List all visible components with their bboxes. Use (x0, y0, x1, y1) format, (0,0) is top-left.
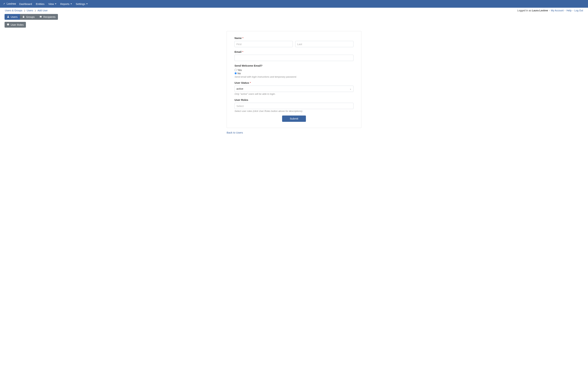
tab-recipients[interactable]: Recipients (37, 14, 58, 20)
welcome-no-radio[interactable] (234, 72, 237, 75)
breadcrumb-users[interactable]: Users (27, 9, 33, 12)
status-group: User Status * active ⌄ Only "active" use… (234, 81, 354, 95)
roles-select[interactable] (234, 103, 354, 109)
back-to-users-link[interactable]: Back to Users (227, 131, 243, 134)
caret-down-icon (70, 3, 72, 4)
leaf-icon (3, 2, 6, 5)
welcome-yes-label: Yes (237, 68, 242, 71)
logout-link[interactable]: Log Out (574, 9, 583, 12)
tab-groups-label: Groups (26, 15, 35, 18)
name-row (234, 41, 354, 47)
tab-users-label: Users (11, 15, 17, 18)
roles-help: Select user roles (click User Roles butt… (234, 110, 354, 112)
nav-entities[interactable]: Entities (36, 2, 44, 5)
status-select[interactable]: active (234, 86, 354, 92)
add-user-card: Name * Email * Send Welcome Email? Yes N… (227, 31, 361, 128)
breadcrumb-root[interactable]: Users & Groups (5, 9, 22, 12)
back-link-row: Back to Users (227, 131, 361, 134)
welcome-no-label: No (237, 72, 241, 75)
user-roles-button[interactable]: User Roles (5, 22, 26, 28)
nav-links: Dashboard Entities View Reports Settings (19, 2, 88, 5)
lock-icon (22, 15, 25, 18)
brand-label: Lextree (7, 2, 16, 5)
status-label: User Status * (234, 81, 354, 84)
nav-view-label: View (48, 2, 54, 5)
status-help: Only "active" users will be able to logi… (234, 93, 354, 95)
roles-button-row: User Roles (0, 22, 588, 28)
email-label: Email * (234, 50, 354, 53)
submit-button[interactable]: Submit (282, 116, 306, 122)
nav-settings[interactable]: Settings (76, 2, 88, 5)
submit-row: Submit (234, 116, 354, 122)
email-group: Email * (234, 50, 354, 61)
nav-view[interactable]: View (48, 2, 56, 5)
first-name-input[interactable] (234, 41, 293, 47)
email-label-text: Email (234, 50, 242, 53)
chevron-right-icon: ❯ (35, 9, 36, 12)
user-icon (7, 15, 9, 18)
status-label-text: User Status (234, 81, 249, 84)
user-roles-button-label: User Roles (11, 23, 24, 26)
tabs-row: Users Groups Recipients (0, 14, 588, 20)
nav-dashboard[interactable]: Dashboard (19, 2, 32, 5)
welcome-email-label: Send Welcome Email? (234, 64, 354, 67)
caret-down-icon (86, 3, 88, 4)
top-navbar: Lextree Dashboard Entities View Reports … (0, 0, 588, 8)
envelope-icon (40, 15, 42, 18)
brand[interactable]: Lextree (3, 2, 16, 5)
welcome-yes-radio[interactable] (234, 69, 237, 71)
last-name-input[interactable] (295, 41, 354, 47)
my-account-link[interactable]: My Account (551, 9, 563, 12)
login-user: Laura Lextree (532, 9, 548, 12)
welcome-no-row: No (234, 72, 354, 75)
nav-reports-label: Reports (60, 2, 69, 5)
help-link[interactable]: Help (566, 9, 571, 12)
status-select-wrap: active ⌄ (234, 86, 354, 92)
name-label-text: Name (234, 36, 242, 40)
tab-groups[interactable]: Groups (20, 14, 37, 20)
required-asterisk: * (250, 81, 251, 84)
required-asterisk: * (242, 50, 243, 53)
welcome-yes-row: Yes (234, 68, 354, 71)
separator: - (549, 9, 551, 12)
subbar: Users & Groups ❯ Users ❯ Add User Logged… (0, 8, 588, 13)
required-asterisk: * (242, 36, 243, 40)
login-info: Logged in as Laura Lextree - My Account … (517, 9, 583, 12)
tab-recipients-label: Recipients (43, 15, 55, 18)
nav-settings-label: Settings (76, 2, 85, 5)
roles-group: User Roles Select user roles (click User… (234, 98, 354, 112)
caret-down-icon (55, 3, 56, 4)
welcome-email-group: Send Welcome Email? Yes No Send email wi… (234, 64, 354, 78)
status-value: active (236, 87, 243, 90)
welcome-help: Send email with login instructions and t… (234, 75, 354, 78)
tab-users[interactable]: Users (5, 14, 20, 20)
card-wrap: Name * Email * Send Welcome Email? Yes N… (0, 31, 588, 128)
breadcrumb: Users & Groups ❯ Users ❯ Add User (5, 9, 48, 12)
nav-reports[interactable]: Reports (60, 2, 72, 5)
chevron-right-icon: ❯ (24, 9, 25, 12)
email-input[interactable] (234, 55, 354, 61)
separator: - (573, 9, 574, 12)
breadcrumb-add-user[interactable]: Add User (37, 9, 48, 12)
tabs: Users Groups Recipients (5, 14, 58, 20)
info-icon (7, 23, 9, 26)
nav-dashboard-label: Dashboard (19, 2, 32, 5)
name-group: Name * (234, 36, 354, 47)
name-label: Name * (234, 36, 354, 40)
separator: - (564, 9, 566, 12)
roles-label: User Roles (234, 98, 354, 101)
login-prefix: Logged in as (517, 9, 532, 12)
nav-entities-label: Entities (36, 2, 44, 5)
